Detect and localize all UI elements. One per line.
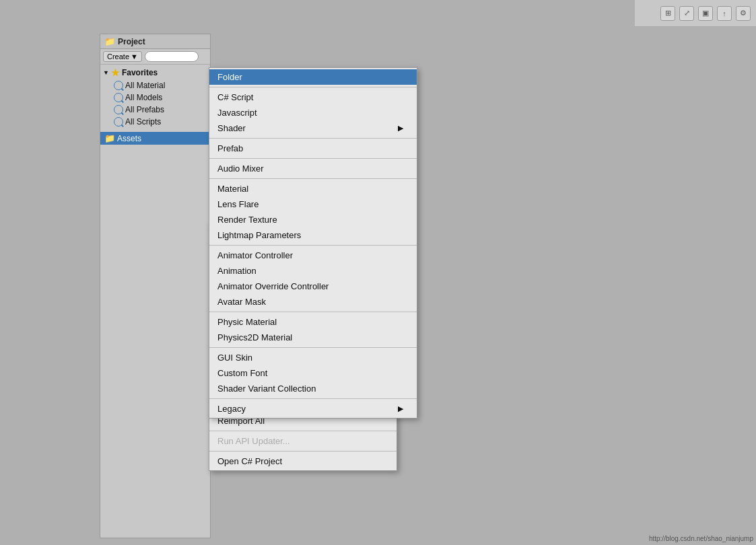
submenu-gui-skin[interactable]: GUI Skin (209, 350, 417, 365)
context-open-cs-project[interactable]: Open C# Project (209, 453, 397, 469)
sub-sep-6 (209, 347, 417, 348)
sub-sep-0 (209, 87, 417, 87)
submenu-material[interactable]: Material (209, 181, 417, 196)
separator-6 (209, 451, 397, 451)
assets-label: Assets (117, 134, 141, 143)
submenu-prefab[interactable]: Prefab (209, 141, 417, 156)
search-icon-material (114, 81, 123, 90)
favorites-all-material[interactable]: All Material (100, 79, 210, 92)
folder-icon-sm: 📁 (104, 36, 115, 46)
all-models-label: All Models (125, 93, 162, 102)
shader-arrow: ▶ (398, 124, 403, 133)
search-input[interactable] (145, 51, 199, 62)
project-panel: 📁 Project Create ▼ ▼ ★ Favorites All Mat… (100, 34, 211, 538)
legacy-arrow: ▶ (398, 404, 403, 413)
all-scripts-label: All Scripts (125, 117, 161, 126)
sub-sep-5 (209, 312, 417, 312)
assets-folder-icon: 📁 (104, 133, 115, 143)
favorites-all-models[interactable]: All Models (100, 92, 210, 104)
submenu-folder[interactable]: Folder (209, 69, 417, 85)
sub-sep-1 (209, 138, 417, 139)
favorites-header: ▼ ★ Favorites (100, 66, 210, 79)
main-area: 📁 Project Create ▼ ▼ ★ Favorites All Mat… (0, 27, 756, 545)
expand-icon[interactable]: ⤢ (679, 6, 694, 21)
search-icon-models (114, 93, 123, 102)
search-icon-scripts (114, 117, 123, 126)
favorites-all-scripts[interactable]: All Scripts (100, 116, 210, 128)
create-submenu: Folder C# Script Javascript Shader ▶ Pre… (209, 67, 417, 419)
submenu-csharp[interactable]: C# Script (209, 89, 417, 105)
triangle-icon: ▼ (103, 69, 109, 76)
sub-sep-3 (209, 178, 417, 179)
submenu-legacy[interactable]: Legacy ▶ (209, 401, 417, 416)
submenu-lens-flare[interactable]: Lens Flare (209, 196, 417, 212)
sub-sep-4 (209, 245, 417, 246)
watermark: http://blog.csdn.net/shao_nianjump (649, 535, 753, 542)
submenu-shader-variant[interactable]: Shader Variant Collection (209, 381, 417, 396)
favorites-all-prefabs[interactable]: All Prefabs (100, 104, 210, 116)
all-material-label: All Material (125, 81, 165, 90)
submenu-lightmap-parameters[interactable]: Lightmap Parameters (209, 227, 417, 243)
submenu-animator-override[interactable]: Animator Override Controller (209, 279, 417, 294)
context-run-api-updater: Run API Updater... (209, 433, 397, 449)
submenu-custom-font[interactable]: Custom Font (209, 365, 417, 381)
top-toolbar: ⊞ ⤢ ▣ ↑ ⚙ (635, 0, 756, 27)
project-panel-header: 📁 Project (100, 34, 210, 49)
submenu-audio-mixer[interactable]: Audio Mixer (209, 161, 417, 176)
star-icon: ★ (111, 67, 120, 78)
share-icon[interactable]: ↑ (717, 6, 732, 21)
submenu-physics2d-material[interactable]: Physics2D Material (209, 330, 417, 345)
grid-icon[interactable]: ⊞ (660, 6, 675, 21)
separator-5 (209, 431, 397, 431)
submenu-render-texture[interactable]: Render Texture (209, 212, 417, 227)
submenu-javascript[interactable]: Javascript (209, 105, 417, 120)
sub-sep-7 (209, 398, 417, 399)
settings-icon[interactable]: ⚙ (736, 6, 751, 21)
submenu-avatar-mask[interactable]: Avatar Mask (209, 294, 417, 310)
all-prefabs-label: All Prefabs (125, 105, 164, 114)
favorites-label: Favorites (122, 68, 158, 77)
submenu-animator-controller[interactable]: Animator Controller (209, 248, 417, 263)
search-icon-prefabs (114, 105, 123, 114)
layers-icon[interactable]: ▣ (698, 6, 713, 21)
tree-section: ▼ ★ Favorites All Material All Models Al… (100, 65, 210, 129)
create-button[interactable]: Create ▼ (103, 51, 142, 62)
submenu-physic-material[interactable]: Physic Material (209, 314, 417, 330)
sub-sep-2 (209, 158, 417, 159)
submenu-animation[interactable]: Animation (209, 263, 417, 279)
submenu-shader[interactable]: Shader ▶ (209, 120, 417, 136)
project-toolbar: Create ▼ (100, 49, 210, 65)
assets-item[interactable]: 📁 Assets (100, 132, 210, 145)
project-title: Project (118, 37, 145, 46)
